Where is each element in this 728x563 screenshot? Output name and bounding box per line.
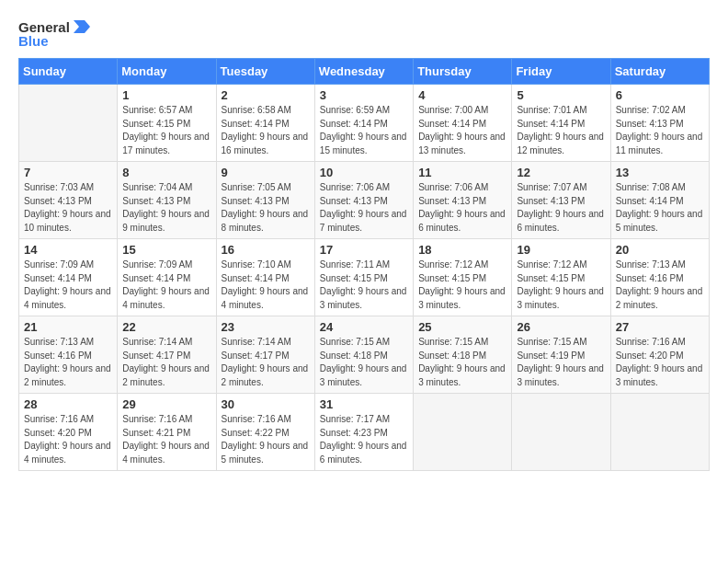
day-cell	[512, 394, 610, 471]
day-number: 19	[517, 243, 605, 257]
day-cell	[19, 85, 118, 162]
day-number: 24	[320, 320, 408, 334]
day-info: Sunrise: 7:14 AMSunset: 4:17 PMDaylight:…	[122, 336, 210, 389]
logo-general: General	[18, 19, 70, 35]
day-number: 27	[616, 320, 704, 334]
header-thursday: Thursday	[414, 59, 512, 85]
day-number: 9	[222, 166, 310, 179]
day-info: Sunrise: 7:16 AMSunset: 4:22 PMDaylight:…	[222, 413, 310, 466]
day-info: Sunrise: 7:14 AMSunset: 4:17 PMDaylight:…	[222, 336, 310, 389]
day-info: Sunrise: 7:11 AMSunset: 4:15 PMDaylight:…	[320, 259, 408, 312]
day-info: Sunrise: 7:09 AMSunset: 4:14 PMDaylight:…	[24, 259, 112, 312]
header-sunday: Sunday	[19, 59, 118, 85]
day-info: Sunrise: 7:01 AMSunset: 4:14 PMDaylight:…	[517, 104, 605, 157]
day-number: 17	[320, 243, 408, 257]
day-number: 20	[616, 243, 704, 257]
day-info: Sunrise: 7:13 AMSunset: 4:16 PMDaylight:…	[24, 336, 112, 389]
day-number: 29	[122, 397, 210, 411]
day-info: Sunrise: 7:15 AMSunset: 4:18 PMDaylight:…	[320, 336, 408, 389]
day-cell: 18Sunrise: 7:12 AMSunset: 4:15 PMDayligh…	[414, 239, 512, 316]
day-cell: 11Sunrise: 7:06 AMSunset: 4:13 PMDayligh…	[414, 162, 512, 239]
day-info: Sunrise: 7:09 AMSunset: 4:14 PMDaylight:…	[122, 259, 210, 312]
day-cell: 28Sunrise: 7:16 AMSunset: 4:20 PMDayligh…	[19, 394, 118, 471]
day-info: Sunrise: 7:04 AMSunset: 4:13 PMDaylight:…	[122, 181, 210, 235]
header-monday: Monday	[118, 59, 216, 85]
day-info: Sunrise: 7:16 AMSunset: 4:20 PMDaylight:…	[616, 336, 704, 389]
day-number: 2	[222, 88, 310, 102]
day-number: 22	[122, 320, 210, 334]
day-cell: 12Sunrise: 7:07 AMSunset: 4:13 PMDayligh…	[512, 162, 610, 239]
day-cell: 20Sunrise: 7:13 AMSunset: 4:16 PMDayligh…	[610, 239, 709, 316]
day-number: 13	[616, 166, 704, 179]
day-cell: 17Sunrise: 7:11 AMSunset: 4:15 PMDayligh…	[314, 239, 413, 316]
day-info: Sunrise: 7:06 AMSunset: 4:13 PMDaylight:…	[320, 181, 408, 235]
logo-chevron-icon	[72, 18, 92, 35]
day-cell: 24Sunrise: 7:15 AMSunset: 4:18 PMDayligh…	[314, 316, 413, 394]
day-info: Sunrise: 7:05 AMSunset: 4:13 PMDaylight:…	[222, 181, 310, 235]
day-cell: 19Sunrise: 7:12 AMSunset: 4:15 PMDayligh…	[512, 239, 610, 316]
day-number: 5	[517, 88, 605, 102]
page-header: General Blue	[18, 18, 710, 49]
day-number: 15	[122, 243, 210, 257]
day-info: Sunrise: 7:02 AMSunset: 4:13 PMDaylight:…	[616, 104, 704, 157]
logo: General Blue	[18, 18, 92, 49]
day-number: 14	[24, 243, 112, 257]
day-cell: 16Sunrise: 7:10 AMSunset: 4:14 PMDayligh…	[216, 239, 314, 316]
day-cell: 13Sunrise: 7:08 AMSunset: 4:14 PMDayligh…	[610, 162, 709, 239]
day-cell: 27Sunrise: 7:16 AMSunset: 4:20 PMDayligh…	[610, 316, 709, 394]
day-number: 1	[122, 88, 210, 102]
week-row-2: 14Sunrise: 7:09 AMSunset: 4:14 PMDayligh…	[19, 239, 710, 316]
day-number: 7	[24, 166, 112, 179]
day-cell: 21Sunrise: 7:13 AMSunset: 4:16 PMDayligh…	[19, 316, 118, 394]
svg-marker-0	[74, 20, 90, 33]
day-info: Sunrise: 7:17 AMSunset: 4:23 PMDaylight:…	[320, 413, 408, 466]
day-number: 3	[320, 88, 408, 102]
logo-blue: Blue	[18, 33, 49, 49]
calendar-header-row: SundayMondayTuesdayWednesdayThursdayFrid…	[19, 59, 710, 85]
day-cell: 22Sunrise: 7:14 AMSunset: 4:17 PMDayligh…	[118, 316, 216, 394]
day-info: Sunrise: 7:16 AMSunset: 4:20 PMDaylight:…	[24, 413, 112, 466]
day-cell: 6Sunrise: 7:02 AMSunset: 4:13 PMDaylight…	[610, 85, 709, 162]
day-cell: 31Sunrise: 7:17 AMSunset: 4:23 PMDayligh…	[314, 394, 413, 471]
day-number: 21	[24, 320, 112, 334]
day-number: 8	[122, 166, 210, 179]
week-row-1: 7Sunrise: 7:03 AMSunset: 4:13 PMDaylight…	[19, 162, 710, 239]
day-cell: 9Sunrise: 7:05 AMSunset: 4:13 PMDaylight…	[216, 162, 314, 239]
day-number: 6	[616, 88, 704, 102]
day-cell: 14Sunrise: 7:09 AMSunset: 4:14 PMDayligh…	[19, 239, 118, 316]
day-info: Sunrise: 7:10 AMSunset: 4:14 PMDaylight:…	[222, 259, 310, 312]
day-cell: 7Sunrise: 7:03 AMSunset: 4:13 PMDaylight…	[19, 162, 118, 239]
week-row-3: 21Sunrise: 7:13 AMSunset: 4:16 PMDayligh…	[19, 316, 710, 394]
week-row-0: 1Sunrise: 6:57 AMSunset: 4:15 PMDaylight…	[19, 85, 710, 162]
week-row-4: 28Sunrise: 7:16 AMSunset: 4:20 PMDayligh…	[19, 394, 710, 471]
day-info: Sunrise: 7:08 AMSunset: 4:14 PMDaylight:…	[616, 181, 704, 235]
day-number: 18	[418, 243, 506, 257]
day-cell: 8Sunrise: 7:04 AMSunset: 4:13 PMDaylight…	[118, 162, 216, 239]
day-number: 16	[222, 243, 310, 257]
day-cell: 3Sunrise: 6:59 AMSunset: 4:14 PMDaylight…	[314, 85, 413, 162]
day-number: 28	[24, 397, 112, 411]
day-number: 12	[517, 166, 605, 179]
day-cell: 30Sunrise: 7:16 AMSunset: 4:22 PMDayligh…	[216, 394, 314, 471]
day-number: 31	[320, 397, 408, 411]
header-friday: Friday	[512, 59, 610, 85]
day-number: 26	[517, 320, 605, 334]
day-info: Sunrise: 7:06 AMSunset: 4:13 PMDaylight:…	[418, 181, 506, 235]
day-number: 4	[418, 88, 506, 102]
day-number: 23	[222, 320, 310, 334]
day-info: Sunrise: 7:03 AMSunset: 4:13 PMDaylight:…	[24, 181, 112, 235]
day-cell: 15Sunrise: 7:09 AMSunset: 4:14 PMDayligh…	[118, 239, 216, 316]
header-saturday: Saturday	[610, 59, 709, 85]
calendar: SundayMondayTuesdayWednesdayThursdayFrid…	[18, 58, 710, 471]
day-cell: 25Sunrise: 7:15 AMSunset: 4:18 PMDayligh…	[414, 316, 512, 394]
day-info: Sunrise: 6:59 AMSunset: 4:14 PMDaylight:…	[320, 104, 408, 157]
day-info: Sunrise: 7:00 AMSunset: 4:14 PMDaylight:…	[418, 104, 506, 157]
day-info: Sunrise: 6:58 AMSunset: 4:14 PMDaylight:…	[222, 104, 310, 157]
day-cell: 2Sunrise: 6:58 AMSunset: 4:14 PMDaylight…	[216, 85, 314, 162]
day-info: Sunrise: 7:15 AMSunset: 4:19 PMDaylight:…	[517, 336, 605, 389]
header-tuesday: Tuesday	[216, 59, 314, 85]
day-cell: 5Sunrise: 7:01 AMSunset: 4:14 PMDaylight…	[512, 85, 610, 162]
day-cell: 1Sunrise: 6:57 AMSunset: 4:15 PMDaylight…	[118, 85, 216, 162]
day-info: Sunrise: 7:12 AMSunset: 4:15 PMDaylight:…	[517, 259, 605, 312]
day-number: 25	[418, 320, 506, 334]
